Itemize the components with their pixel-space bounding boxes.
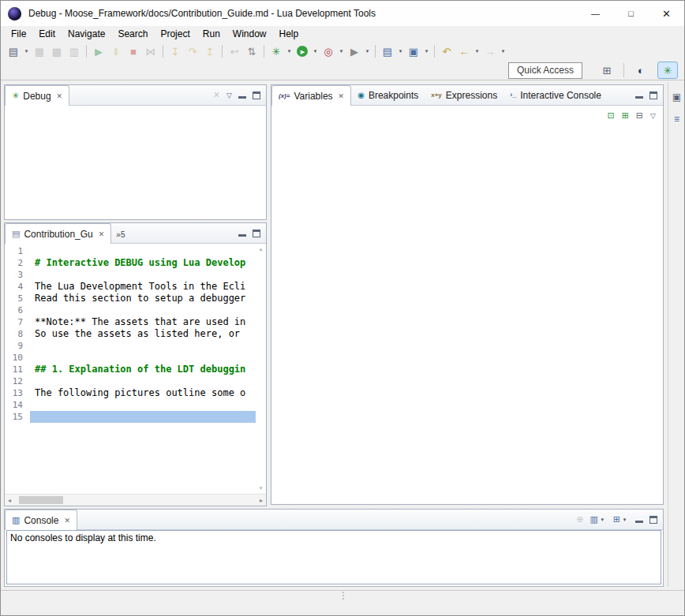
external-tools-button[interactable]: ▶ bbox=[346, 43, 363, 60]
close-tab-icon[interactable]: ✕ bbox=[57, 92, 63, 100]
scroll-up-icon[interactable]: ▴ bbox=[260, 246, 263, 252]
step-into-button[interactable]: ↧ bbox=[167, 43, 184, 60]
perspective-ldt-button[interactable]: ◐ bbox=[631, 62, 651, 79]
tab-console[interactable]: ▥ Console ✕ bbox=[5, 510, 77, 530]
toolbar-dropdown-arrow[interactable]: ▾ bbox=[337, 43, 346, 60]
quick-access-button[interactable]: Quick Access bbox=[508, 62, 582, 79]
step-return-button[interactable]: ↥ bbox=[201, 43, 219, 60]
line-text[interactable]: So use the assets as listed here, or bbox=[30, 328, 256, 340]
back-button[interactable]: ← bbox=[455, 43, 473, 60]
use-step-filters-button[interactable]: ⇅ bbox=[243, 43, 260, 60]
toolbar-dropdown-arrow[interactable]: ▾ bbox=[598, 511, 607, 528]
menu-item[interactable]: Window bbox=[226, 27, 273, 41]
scroll-down-icon[interactable]: ▾ bbox=[260, 485, 263, 491]
line-text[interactable] bbox=[30, 352, 256, 364]
line-text[interactable]: ## 1. Explanation of the LDT debuggin bbox=[30, 364, 256, 375]
debug-button[interactable]: ✳ bbox=[268, 43, 285, 60]
scrollbar-thumb[interactable] bbox=[19, 496, 63, 504]
pin-console-button[interactable]: ⊕ bbox=[576, 514, 583, 525]
toolbar-dropdown-arrow[interactable]: ▾ bbox=[422, 43, 431, 60]
tab-variables[interactable]: (x)= Variables ✕ bbox=[271, 85, 351, 106]
line-text[interactable]: Read this section to setup a debugger bbox=[30, 293, 256, 304]
editor-vertical-scrollbar[interactable]: ▴ ▾ bbox=[256, 244, 266, 494]
step-over-button[interactable]: ↷ bbox=[184, 43, 201, 60]
tab-interactive-console[interactable]: ›_ Interactive Console ✕ bbox=[503, 85, 608, 105]
minimize-view-button[interactable] bbox=[635, 516, 643, 523]
line-text[interactable] bbox=[30, 245, 256, 257]
scroll-right-icon[interactable]: ▸ bbox=[260, 497, 263, 504]
print-button[interactable]: ▥ bbox=[66, 43, 83, 60]
close-tab-icon[interactable]: ✕ bbox=[99, 230, 105, 238]
view-menu-button[interactable]: ▽ bbox=[650, 112, 656, 120]
line-text[interactable]: **Note:** The assets that are used in bbox=[30, 316, 256, 328]
toolbar-dropdown-arrow[interactable]: ▾ bbox=[363, 43, 372, 60]
minimize-view-button[interactable] bbox=[238, 91, 246, 99]
run-button[interactable]: ▶ bbox=[294, 43, 311, 60]
perspective-debug-button[interactable]: ✳ bbox=[657, 62, 678, 79]
toolbar-dropdown-arrow[interactable]: ▾ bbox=[473, 43, 481, 60]
menu-item[interactable]: Run bbox=[197, 27, 226, 41]
close-tab-icon[interactable]: ✕ bbox=[64, 517, 70, 525]
menu-item[interactable]: File bbox=[5, 27, 32, 41]
minimize-window-button[interactable]: — bbox=[578, 1, 613, 26]
minimize-view-button[interactable] bbox=[238, 230, 246, 237]
coverage-button[interactable]: ◎ bbox=[320, 43, 337, 60]
menu-item[interactable]: Help bbox=[273, 27, 305, 41]
show-type-names-button[interactable]: ⊡ bbox=[607, 110, 614, 121]
line-text[interactable] bbox=[30, 340, 256, 352]
line-text[interactable] bbox=[30, 411, 256, 423]
close-tab-icon[interactable]: ✕ bbox=[339, 92, 345, 100]
maximize-view-button[interactable] bbox=[253, 230, 260, 237]
menu-item[interactable]: Project bbox=[154, 27, 196, 41]
scroll-left-icon[interactable]: ◂ bbox=[8, 497, 11, 504]
toolbar-dropdown-arrow[interactable]: ▾ bbox=[620, 511, 629, 528]
collapse-all-button[interactable]: ⊟ bbox=[636, 110, 643, 121]
resume-button[interactable]: ▶ bbox=[90, 43, 107, 60]
menu-item[interactable]: Edit bbox=[32, 27, 62, 41]
open-perspective-button[interactable]: ⊞ bbox=[597, 62, 617, 79]
toolbar-dropdown-arrow[interactable]: ▾ bbox=[22, 43, 31, 60]
sash-grip[interactable]: ⋮ bbox=[339, 591, 348, 600]
show-outline-button[interactable]: ≡ bbox=[670, 112, 684, 126]
save-all-button[interactable]: ▩ bbox=[48, 43, 66, 60]
new-lua-file-button[interactable]: ▤ bbox=[379, 43, 396, 60]
menu-item[interactable]: Navigate bbox=[62, 27, 111, 41]
toolbar-dropdown-arrow[interactable]: ▾ bbox=[311, 43, 320, 60]
line-text[interactable] bbox=[30, 304, 256, 316]
toolbar-dropdown-arrow[interactable]: ▾ bbox=[499, 43, 507, 60]
menu-item[interactable]: Search bbox=[111, 27, 154, 41]
toolbar-dropdown-arrow[interactable]: ▾ bbox=[396, 43, 405, 60]
maximize-view-button[interactable] bbox=[649, 516, 657, 524]
maximize-view-button[interactable] bbox=[253, 91, 260, 99]
remove-all-terminated-button[interactable]: ✕ bbox=[213, 90, 220, 100]
maximize-window-button[interactable]: □ bbox=[613, 1, 649, 26]
show-logical-structures-button[interactable]: ⊞ bbox=[622, 110, 629, 121]
line-text[interactable]: The following pictures outline some o bbox=[30, 387, 256, 399]
open-console-button[interactable]: ⊞ bbox=[613, 514, 620, 525]
last-edit-location-button[interactable]: ↶ bbox=[438, 43, 455, 60]
new-wizard-button[interactable]: ▤ bbox=[5, 43, 22, 60]
line-text[interactable]: The Lua Development Tools in the Ecli bbox=[30, 281, 256, 293]
close-window-button[interactable]: ✕ bbox=[649, 1, 684, 26]
tab-breakpoints[interactable]: ◉ Breakpoints ✕ bbox=[351, 85, 425, 105]
display-selected-console-button[interactable]: ▥ bbox=[590, 514, 597, 525]
hidden-tabs-chevron[interactable]: »5 bbox=[111, 226, 129, 243]
minimize-view-button[interactable] bbox=[635, 91, 643, 99]
drop-to-frame-button[interactable]: ↩ bbox=[226, 43, 243, 60]
line-text[interactable]: # Interactive DEBUG using Lua Develop bbox=[30, 257, 256, 269]
line-text[interactable] bbox=[30, 269, 256, 281]
tab-contribution-guide[interactable]: ▤ Contribution_Gu ✕ bbox=[5, 223, 111, 244]
view-menu-button[interactable]: ▽ bbox=[226, 91, 232, 99]
terminate-button[interactable]: ■ bbox=[125, 43, 142, 60]
save-button[interactable]: ▦ bbox=[31, 43, 48, 60]
line-text[interactable] bbox=[30, 399, 256, 411]
suspend-button[interactable]: ‖ bbox=[107, 43, 125, 60]
forward-button[interactable]: → bbox=[481, 43, 499, 60]
new-lua-project-button[interactable]: ▣ bbox=[405, 43, 422, 60]
maximize-view-button[interactable] bbox=[649, 91, 657, 99]
disconnect-button[interactable]: ⋈ bbox=[142, 43, 159, 60]
restore-views-button[interactable]: ▣ bbox=[670, 90, 684, 104]
editor-horizontal-scrollbar[interactable]: ◂ ▸ bbox=[5, 494, 266, 506]
tab-debug[interactable]: ✳ Debug ✕ bbox=[5, 85, 69, 106]
toolbar-dropdown-arrow[interactable]: ▾ bbox=[285, 43, 294, 60]
